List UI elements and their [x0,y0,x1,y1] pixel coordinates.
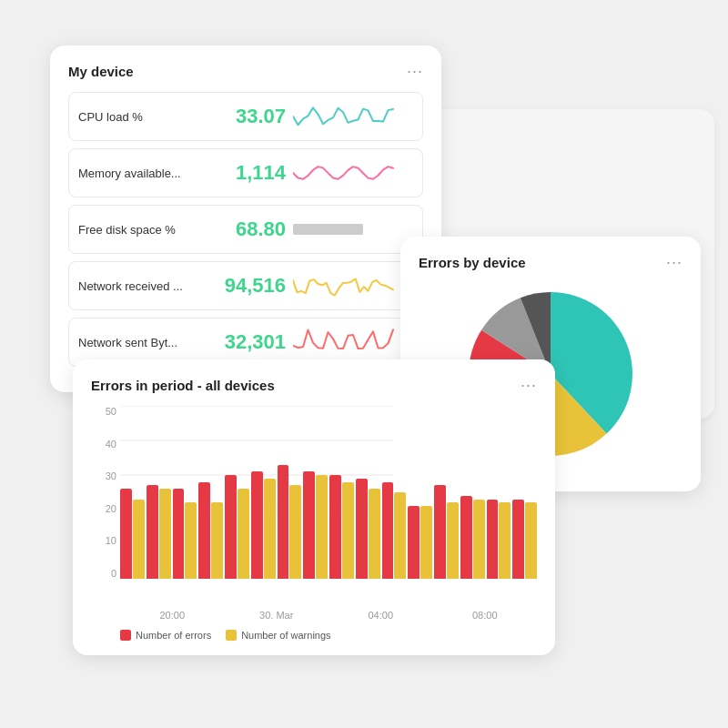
error-bar-9 [356,479,368,579]
bar-group-11 [408,506,432,579]
x-axis-labels: 20:0030. Mar04:0008:00 [120,610,537,621]
error-bar-2 [173,489,185,579]
warning-bar-12 [447,502,459,579]
warning-bar-2 [185,502,197,579]
svg-rect-0 [293,224,363,235]
bar-group-5 [251,471,276,579]
metric-value-2: 68.80 [204,217,286,241]
metric-value-0: 33.07 [204,105,286,128]
bar-group-13 [460,496,485,579]
metric-row-1: Memory available...1,114 [68,148,423,197]
sparkline-0 [293,100,413,133]
error-bar-14 [487,500,499,579]
bar-chart-title: Errors in period - all devices [91,378,275,393]
error-bar-0 [120,489,132,579]
legend-label-0: Number of errors [136,630,211,641]
legend-dot-0 [120,630,131,641]
bar-group-12 [434,485,459,579]
legend-label-1: Number of warnings [241,630,330,641]
bar-group-9 [356,479,380,579]
bar-group-3 [198,482,223,579]
x-label-1: 30. Mar [225,610,329,621]
warning-bar-9 [369,489,380,579]
bar-chart-card: Errors in period - all devices ··· 50403… [73,359,555,655]
error-bar-13 [460,496,472,579]
warning-bar-7 [316,475,328,579]
device-card-header: My device ··· [68,62,423,81]
x-label-0: 20:00 [120,610,225,621]
y-label-2: 30 [91,470,116,481]
error-bar-4 [225,475,237,579]
bar-chart-menu-icon[interactable]: ··· [521,376,537,395]
error-bar-3 [198,482,210,579]
bar-group-2 [173,489,197,579]
sparkline-4 [293,326,413,359]
warning-bar-4 [238,489,249,579]
errors-device-menu-icon[interactable]: ··· [666,253,682,272]
chart-legend: Number of errorsNumber of warnings [120,630,537,641]
error-bar-12 [434,485,446,579]
warning-bar-13 [473,500,485,579]
device-card: My device ··· CPU load %33.07Memory avai… [50,46,441,392]
warning-bar-1 [159,489,171,579]
metric-value-3: 94,516 [204,274,286,298]
errors-device-header: Errors by device ··· [419,253,682,272]
bars-area [120,406,537,588]
bar-group-14 [487,500,511,579]
legend-item-1: Number of warnings [226,630,330,641]
error-bar-15 [512,500,524,579]
error-bar-8 [329,475,341,579]
device-card-title: My device [68,64,134,79]
bar-group-0 [120,489,145,579]
y-axis-labels: 50403020100 [91,406,116,579]
error-bar-7 [303,471,315,579]
x-label-3: 08:00 [433,610,538,621]
warning-bar-14 [499,502,511,579]
legend-item-0: Number of errors [120,630,211,641]
y-label-4: 10 [91,535,116,546]
warning-bar-5 [264,479,276,579]
metric-row-0: CPU load %33.07 [68,92,423,141]
y-label-5: 0 [91,568,116,579]
y-label-1: 40 [91,439,116,450]
metric-label-4: Network sent Byt... [78,336,197,349]
warning-bar-8 [342,482,354,579]
bar-group-7 [303,471,328,579]
legend-dot-1 [226,630,237,641]
warning-bar-3 [211,502,223,579]
metric-label-1: Memory available... [78,167,197,180]
bar-group-4 [225,475,249,579]
bar-chart-header: Errors in period - all devices ··· [91,376,537,395]
bar-group-8 [329,475,354,579]
metric-row-3: Network received ...94,516 [68,261,423,310]
warning-bar-6 [289,485,301,579]
errors-device-title: Errors by device [419,255,526,270]
error-bar-1 [147,485,158,579]
error-bar-10 [382,482,394,579]
metric-value-4: 32,301 [204,330,286,354]
bar-group-1 [147,485,171,579]
warning-bar-15 [525,502,537,579]
bar-group-10 [382,482,407,579]
chart-area: 50403020100 20:0030. Mar04:0008:00 Numbe… [91,406,537,641]
error-bar-6 [278,465,289,579]
sparkline-2 [293,213,413,246]
error-bar-11 [408,506,420,579]
sparkline-1 [293,157,413,189]
y-label-0: 50 [91,406,116,417]
metric-label-3: Network received ... [78,279,197,293]
error-bar-5 [251,471,263,579]
y-label-3: 20 [91,503,116,514]
bars-row [120,406,537,579]
x-label-2: 04:00 [329,610,433,621]
bar-group-15 [512,500,537,579]
metric-rows-container: CPU load %33.07Memory available...1,114F… [68,92,423,367]
device-card-menu-icon[interactable]: ··· [407,62,423,81]
metric-value-1: 1,114 [204,161,286,185]
warning-bar-0 [133,500,145,579]
metric-label-0: CPU load % [78,110,197,124]
warning-bar-11 [420,506,432,579]
warning-bar-10 [394,492,406,579]
metric-row-2: Free disk space %68.80 [68,205,423,254]
sparkline-3 [293,269,413,302]
